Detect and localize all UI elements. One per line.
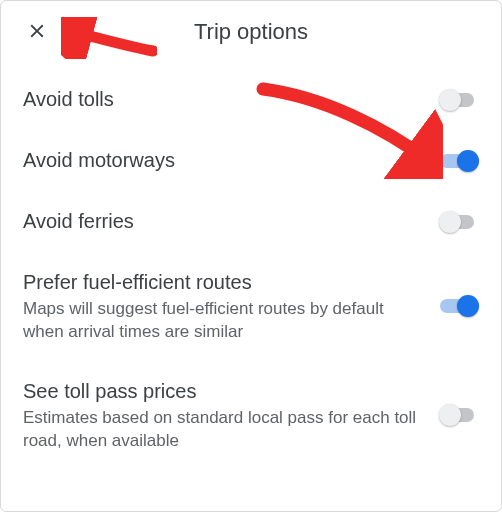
option-label: Avoid motorways xyxy=(23,147,419,174)
option-toll-pass-prices: See toll pass prices Estimates based on … xyxy=(23,361,479,470)
option-description: Maps will suggest fuel-efficient routes … xyxy=(23,298,419,344)
option-avoid-ferries: Avoid ferries xyxy=(23,191,479,252)
close-button[interactable] xyxy=(19,14,55,50)
option-avoid-motorways: Avoid motorways xyxy=(23,130,479,191)
options-list: Avoid tolls Avoid motorways Avoid ferrie… xyxy=(1,63,501,492)
option-label: Avoid ferries xyxy=(23,208,419,235)
close-icon xyxy=(26,20,48,45)
option-avoid-tolls: Avoid tolls xyxy=(23,69,479,130)
toggle-fuel-efficient[interactable] xyxy=(439,294,479,318)
option-label: Avoid tolls xyxy=(23,86,419,113)
toggle-avoid-ferries[interactable] xyxy=(439,210,479,234)
header: Trip options xyxy=(1,1,501,63)
toggle-avoid-tolls[interactable] xyxy=(439,88,479,112)
toggle-toll-pass-prices[interactable] xyxy=(439,403,479,427)
option-fuel-efficient: Prefer fuel-efficient routes Maps will s… xyxy=(23,252,479,361)
toggle-avoid-motorways[interactable] xyxy=(439,149,479,173)
option-label: See toll pass prices xyxy=(23,378,419,405)
page-title: Trip options xyxy=(1,19,501,45)
option-description: Estimates based on standard local pass f… xyxy=(23,407,419,453)
option-label: Prefer fuel-efficient routes xyxy=(23,269,419,296)
